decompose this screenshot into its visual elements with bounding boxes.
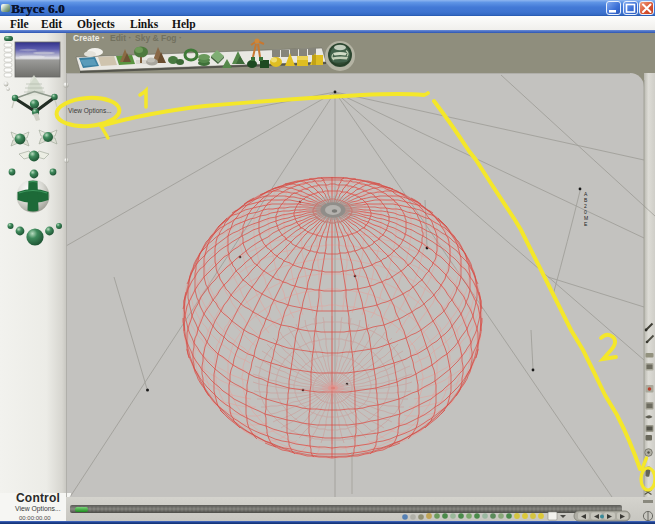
svg-text:Edit ·: Edit · xyxy=(110,33,131,43)
svg-text:E: E xyxy=(584,221,588,227)
svg-text:View Options...: View Options... xyxy=(68,107,112,115)
svg-text:Create ·: Create · xyxy=(73,33,105,43)
svg-text:Sky & Fog ·: Sky & Fog · xyxy=(135,33,182,43)
